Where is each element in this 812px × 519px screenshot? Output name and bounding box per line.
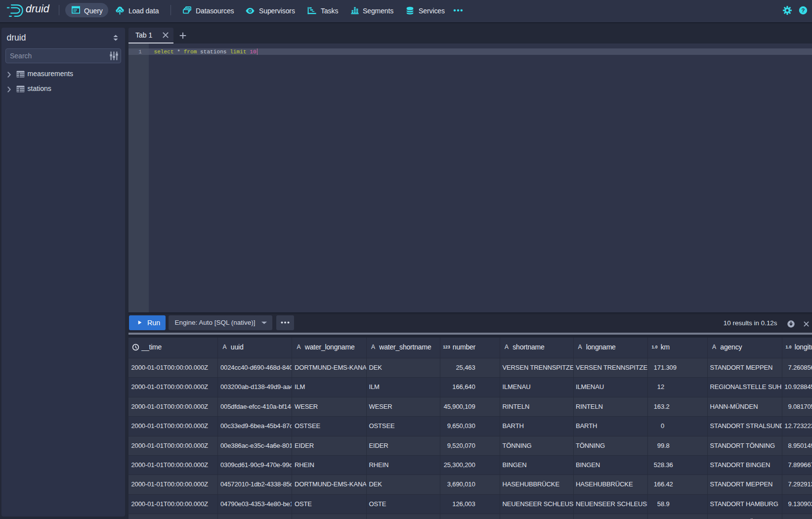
- svg-text:?: ?: [801, 7, 805, 13]
